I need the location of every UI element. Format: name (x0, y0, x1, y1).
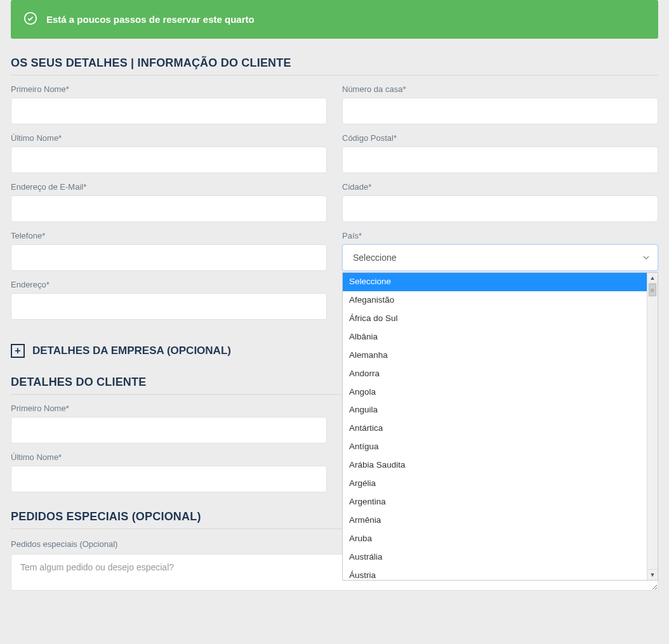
country-option[interactable]: Albânia (343, 328, 647, 346)
plus-icon: + (11, 344, 25, 358)
country-option[interactable]: Áustria (343, 567, 647, 580)
address-input[interactable] (11, 293, 327, 320)
country-option[interactable]: Afeganistão (343, 291, 647, 310)
country-option[interactable]: Antígua (343, 438, 647, 456)
country-label: País* (342, 231, 658, 240)
scroll-thumb[interactable]: ≡ (649, 284, 656, 296)
postal-code-label: Código Postal* (342, 133, 658, 143)
country-option[interactable]: Anguila (343, 401, 647, 419)
scroll-up-button[interactable]: ▲ (647, 273, 658, 284)
email-label: Endereço de E-Mail* (11, 182, 327, 192)
client-last-name-label: Último Nome* (11, 452, 327, 462)
country-option[interactable]: Arábia Saudita (343, 456, 647, 475)
house-number-label: Número da casa* (342, 84, 658, 94)
dropdown-scrollbar[interactable]: ▲ ≡ ▼ (647, 273, 658, 580)
country-option[interactable]: Argentina (343, 493, 647, 511)
postal-code-input[interactable] (342, 147, 658, 173)
country-option[interactable]: Seleccione (343, 273, 647, 291)
country-select[interactable]: Seleccione (342, 244, 658, 271)
house-number-input[interactable] (342, 98, 658, 124)
banner-message: Está a poucos passos de reservar este qu… (46, 14, 255, 25)
chevron-down-icon (643, 253, 649, 263)
company-details-label: DETALHES DA EMPRESA (OPCIONAL) (32, 345, 231, 357)
svg-point-0 (25, 13, 36, 24)
city-input[interactable] (342, 195, 658, 222)
country-option[interactable]: Angola (343, 383, 647, 402)
phone-label: Telefone* (11, 231, 327, 240)
country-option[interactable]: Armênia (343, 511, 647, 530)
country-option[interactable]: Austrália (343, 548, 647, 567)
country-option[interactable]: Andorra (343, 365, 647, 383)
city-label: Cidade* (342, 182, 658, 192)
form-left-column: Primeiro Nome* Último Nome* Endereço de … (11, 84, 327, 329)
scroll-down-button[interactable]: ▼ (647, 569, 658, 580)
section-your-details-title: OS SEUS DETALHES | INFORMAÇÃO DO CLIENTE (11, 56, 658, 76)
last-name-input[interactable] (11, 147, 327, 173)
address-label: Endereço* (11, 280, 327, 289)
client-last-name-input[interactable] (11, 466, 327, 492)
country-select-value: Seleccione (353, 253, 397, 263)
phone-input[interactable] (11, 244, 327, 271)
country-option[interactable]: Antártica (343, 419, 647, 438)
first-name-label: Primeiro Nome* (11, 84, 327, 94)
first-name-input[interactable] (11, 98, 327, 124)
client-first-name-label: Primeiro Nome* (11, 404, 327, 413)
last-name-label: Último Nome* (11, 133, 327, 143)
form-right-column: Número da casa* Código Postal* Cidade* P… (342, 84, 658, 329)
country-option[interactable]: Argélia (343, 475, 647, 493)
email-input[interactable] (11, 195, 327, 222)
progress-banner: Está a poucos passos de reservar este qu… (11, 0, 658, 39)
country-option[interactable]: África do Sul (343, 310, 647, 328)
country-option[interactable]: Aruba (343, 530, 647, 548)
client-first-name-input[interactable] (11, 417, 327, 444)
country-dropdown: SeleccioneAfeganistãoÁfrica do SulAlbâni… (342, 272, 658, 581)
check-circle-icon (23, 11, 37, 27)
scroll-track[interactable]: ≡ (647, 284, 658, 569)
country-option[interactable]: Alemanha (343, 346, 647, 365)
